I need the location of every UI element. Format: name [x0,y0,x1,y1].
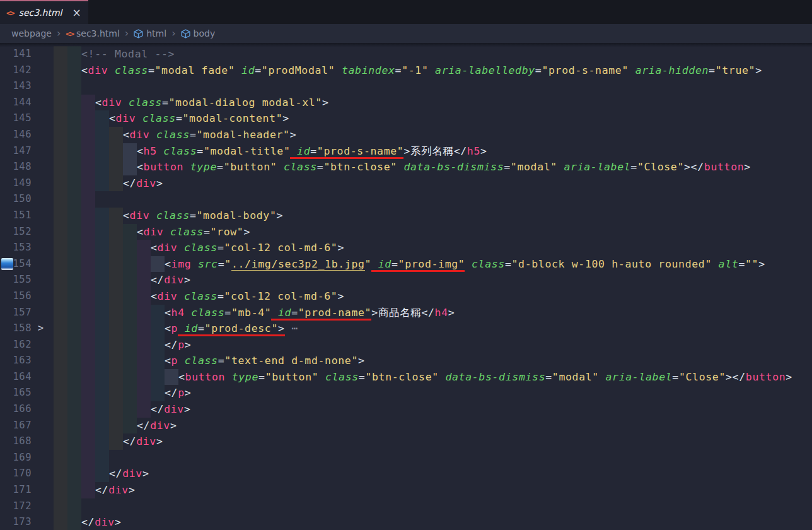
code-token: </ [123,177,136,189]
indent-rainbow-bands [54,305,165,321]
indent-band [54,433,67,450]
code-token: "row" [210,226,243,238]
code-token: "modal-header" [196,129,289,141]
code-token: = [148,64,155,76]
code-token: "col-12 col-md-6" [224,290,337,302]
code-line[interactable]: 147<h5 class="modal-title" id="prod-s-na… [0,143,812,160]
editor[interactable]: 141<!-- Modal -->142<div class="modal fa… [0,43,812,530]
indent-band [123,159,137,175]
code-token: "prod-s-name" [317,145,404,159]
code-line[interactable]: 166</div> [0,401,812,418]
indent-band [54,401,67,418]
indent-band [123,305,137,321]
indent-band [54,143,67,160]
indent-band [109,175,123,192]
fold-expand-icon[interactable]: > [38,321,44,337]
code-token: = [505,258,512,270]
indent-band [81,450,95,466]
code-line[interactable]: 153<div class="col-12 col-md-6"> [0,240,812,256]
code-line[interactable]: 157<h4 class="mb-4" id="prod-name">商品名稱<… [0,305,812,321]
code-token [557,161,564,173]
code-token: div [158,290,178,302]
code-line[interactable]: 146<div class="modal-header"> [0,127,812,143]
indent-band [109,256,123,273]
code-token [108,64,115,76]
code-token: div [116,112,136,124]
file-link[interactable]: ../img/sec3p2_1b.jpg [231,258,365,271]
code-line[interactable]: 144<div class="modal-dialog modal-xl"> [0,95,812,111]
code-token: img [171,258,192,270]
code-line[interactable]: 162</p> [0,337,812,353]
code-line[interactable]: 150 [0,191,812,208]
code-token: class [284,161,317,173]
code-text: <div class="col-12 col-md-6"> [151,288,344,305]
indent-band [95,240,109,256]
code-line[interactable]: 143 [0,78,812,95]
code-line[interactable]: 158><p id="prod-desc"> ⋯ [0,321,812,337]
code-token: div [150,420,170,432]
code-line[interactable]: 142<div class="modal fade" id="prodModal… [0,62,812,79]
code-line[interactable]: 169 [0,450,812,466]
code-line[interactable]: 165</p> [0,385,812,401]
code-token: class [115,64,148,76]
code-token: "modal-title" [204,145,291,157]
code-token: = [218,355,225,367]
indent-band [54,240,67,256]
indent-band [81,224,95,240]
indent-band [81,175,95,192]
code-line[interactable]: 167</div> [0,418,812,434]
breadcrumb-item-body[interactable]: body [181,28,216,38]
code-token: class [156,129,190,141]
indent-band [54,110,67,127]
code-line[interactable]: 152<div class="row"> [0,224,812,240]
code-line[interactable]: 154<img src="../img/sec3p2_1b.jpg" id="p… [0,256,812,273]
indent-band [54,256,67,273]
code-token: class [472,258,505,270]
indent-band [54,175,67,192]
code-line[interactable]: 155</div> [0,272,812,288]
code-line[interactable]: 149</div> [0,175,812,192]
close-icon[interactable]: × [72,8,81,18]
code-line[interactable]: 168</div> [0,433,812,450]
code-token: "button" [265,371,319,383]
code-token: = [258,371,265,383]
line-number: 148 [0,159,32,175]
code-line[interactable]: 156<div class="col-12 col-md-6"> [0,288,812,305]
indent-band [95,288,109,305]
code-token: </ [81,516,95,528]
code-line[interactable]: 145<div class="modal-content"> [0,110,812,127]
code-line[interactable]: 173</div> [0,514,812,530]
code-token: div [108,484,129,496]
code-line[interactable]: 163<p class="text-end d-md-none"> [0,353,812,369]
indent-band [54,224,67,240]
indent-band [123,401,137,418]
tab-sec3-html[interactable]: <> sec3.html × [0,0,88,24]
code-token: h5 [467,145,480,157]
code-token: "btn-close" [323,161,397,173]
indent-band [123,385,137,401]
code-line[interactable]: 170</div> [0,466,812,482]
gutter: 151 [0,208,54,224]
indent-band [137,353,151,369]
breadcrumb-item-webpage[interactable]: webpage [11,28,52,38]
gutter: 153 [0,240,54,256]
gutter: 173 [0,514,54,530]
code-line[interactable]: 172 [0,498,812,515]
code-line[interactable]: 141<!-- Modal --> [0,46,812,62]
code-token: > [185,339,192,351]
code-line[interactable]: 171</div> [0,482,812,498]
code-token: = [310,145,317,159]
code-line[interactable]: 151<div class="modal-body"> [0,208,812,224]
breadcrumb-item-html[interactable]: html [134,28,166,38]
code-line[interactable]: 164<button type="button" class="btn-clos… [0,369,812,386]
code-token: div [144,226,164,238]
code-token: class [185,355,218,367]
code-token: h5 [144,145,157,157]
indent-band [81,95,95,111]
indent-band [81,191,95,208]
line-number: 145 [0,110,32,127]
code-token: p [171,355,178,367]
breadcrumb-item-file[interactable]: <> sec3.html [66,28,120,38]
indent-band [151,353,165,369]
code-line[interactable]: 148<button type="button" class="btn-clos… [0,159,812,175]
